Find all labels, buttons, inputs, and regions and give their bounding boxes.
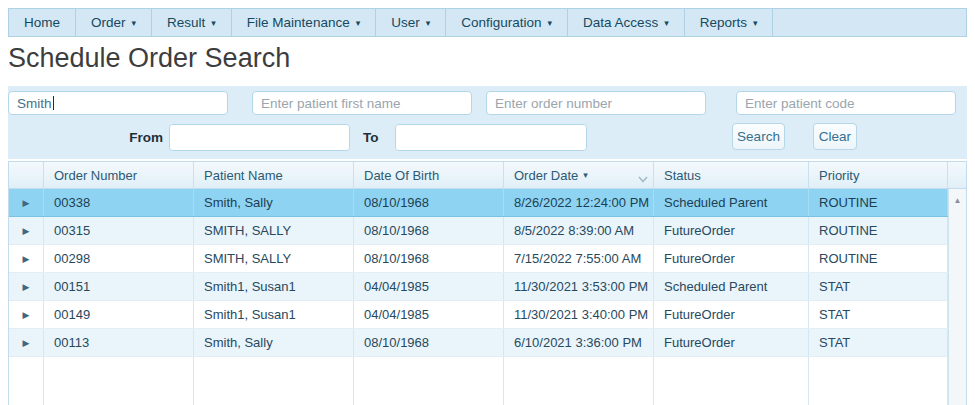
cell-patient-name: SMITH, SALLY [194, 245, 354, 272]
caret-down-icon: ▾ [548, 17, 553, 28]
search-button[interactable]: Search [732, 123, 785, 150]
patient-first-name-input[interactable] [252, 91, 472, 115]
patient-last-name-input[interactable] [8, 91, 228, 115]
expand-row-icon[interactable]: ▶ [23, 198, 30, 208]
column-header-priority[interactable]: Priority [809, 162, 948, 188]
expand-row-icon[interactable]: ▶ [23, 310, 30, 320]
cell-patient-name: Smith1, Susan1 [194, 301, 354, 328]
cell-dob: 04/04/1985 [354, 273, 504, 300]
cell-status: Scheduled Parent [654, 189, 809, 216]
nav-item-data-access[interactable]: Data Access▾ [568, 9, 685, 36]
expand-row-icon[interactable]: ▶ [23, 254, 30, 264]
order-number-field-wrap [486, 91, 706, 115]
empty-grid-area [9, 357, 966, 405]
nav-item-order[interactable]: Order▾ [76, 9, 152, 36]
nav-item-label: Home [24, 15, 60, 30]
filler-cell [44, 357, 194, 405]
scroll-up-icon[interactable]: ▲ [954, 196, 962, 205]
caret-down-icon: ▾ [211, 17, 216, 28]
expand-cell: ▶ [9, 245, 44, 272]
column-header-label: Priority [819, 168, 859, 183]
filler-cell [194, 357, 354, 405]
expand-row-icon[interactable]: ▶ [23, 338, 30, 348]
to-date-input[interactable] [396, 125, 587, 150]
patient-code-input[interactable] [736, 91, 956, 115]
cell-priority: STAT [809, 273, 948, 300]
cell-dob: 08/10/1968 [354, 217, 504, 244]
nav-item-label: File Maintenance [247, 15, 350, 30]
filler-cell [654, 357, 809, 405]
cell-status: FutureOrder [654, 329, 809, 356]
nav-item-reports[interactable]: Reports▾ [685, 9, 774, 36]
cell-order-number: 00315 [44, 217, 194, 244]
vertical-scrollbar[interactable]: ▲ [948, 189, 966, 405]
cell-status: Scheduled Parent [654, 273, 809, 300]
main-nav: HomeOrder▾Result▾File Maintenance▾User▾C… [8, 8, 967, 37]
table-row[interactable]: ▶00298SMITH, SALLY08/10/19687/15/2022 7:… [9, 245, 966, 273]
filler-cell [9, 357, 44, 405]
sort-desc-icon: ▾ [583, 170, 588, 180]
caret-down-icon: ▾ [753, 17, 758, 28]
nav-item-home[interactable]: Home [9, 9, 76, 36]
nav-item-label: Result [167, 15, 205, 30]
table-row[interactable]: ▶00113Smith, Sally08/10/19686/10/2021 3:… [9, 329, 966, 357]
cell-status: FutureOrder [654, 245, 809, 272]
table-row[interactable]: ▶00151Smith1, Susan104/04/198511/30/2021… [9, 273, 966, 301]
column-menu-icon[interactable] [638, 171, 648, 186]
cell-priority: STAT [809, 301, 948, 328]
column-header-patient-name[interactable]: Patient Name [194, 162, 354, 188]
cell-status: FutureOrder [654, 301, 809, 328]
expand-cell: ▶ [9, 217, 44, 244]
filler-cell [354, 357, 504, 405]
column-header-label: Patient Name [204, 168, 283, 183]
expand-cell: ▶ [9, 189, 44, 216]
column-header-order-date[interactable]: Order Date▾ [504, 162, 654, 188]
expand-cell: ▶ [9, 329, 44, 356]
caret-down-icon: ▾ [356, 17, 361, 28]
to-date-picker [395, 124, 587, 151]
nav-item-label: Reports [700, 15, 747, 30]
cell-order-date: 11/30/2021 3:40:00 PM [504, 301, 654, 328]
column-header-label: Order Date [514, 168, 578, 183]
cell-order-date: 6/10/2021 3:36:00 PM [504, 329, 654, 356]
column-header-date-of-birth[interactable]: Date Of Birth [354, 162, 504, 188]
cell-status: FutureOrder [654, 217, 809, 244]
from-label: From [8, 124, 163, 151]
filler-cell [504, 357, 654, 405]
expand-row-icon[interactable]: ▶ [23, 282, 30, 292]
from-date-input[interactable] [170, 125, 350, 150]
cell-dob: 08/10/1968 [354, 189, 504, 216]
table-row[interactable]: ▶00315SMITH, SALLY08/10/19688/5/2022 8:3… [9, 217, 966, 245]
table-row[interactable]: ▶00149Smith1, Susan104/04/198511/30/2021… [9, 301, 966, 329]
cell-dob: 08/10/1968 [354, 329, 504, 356]
nav-item-label: User [391, 15, 420, 30]
column-header-label: Status [664, 168, 701, 183]
expander-column-header [9, 162, 44, 188]
patient-code-field-wrap [736, 91, 956, 115]
nav-item-user[interactable]: User▾ [376, 9, 446, 36]
nav-item-label: Order [91, 15, 126, 30]
cell-order-date: 7/15/2022 7:55:00 AM [504, 245, 654, 272]
expand-cell: ▶ [9, 301, 44, 328]
nav-item-configuration[interactable]: Configuration▾ [446, 9, 568, 36]
expand-row-icon[interactable]: ▶ [23, 226, 30, 236]
column-header-status[interactable]: Status [654, 162, 809, 188]
grid-body: ▶00338Smith, Sally08/10/19688/26/2022 12… [9, 189, 966, 405]
cell-patient-name: SMITH, SALLY [194, 217, 354, 244]
text-cursor [53, 96, 54, 110]
nav-item-file-maintenance[interactable]: File Maintenance▾ [232, 9, 376, 36]
filter-panel: From To [8, 86, 967, 159]
column-header-order-number[interactable]: Order Number [44, 162, 194, 188]
clear-button[interactable]: Clear [813, 123, 857, 150]
cell-order-date: 8/5/2022 8:39:00 AM [504, 217, 654, 244]
cell-patient-name: Smith, Sally [194, 329, 354, 356]
from-date-picker [169, 124, 350, 151]
column-header-label: Order Number [54, 168, 137, 183]
cell-order-number: 00298 [44, 245, 194, 272]
column-header-label: Date Of Birth [364, 168, 439, 183]
table-row[interactable]: ▶00338Smith, Sally08/10/19688/26/2022 12… [9, 189, 966, 217]
nav-item-result[interactable]: Result▾ [152, 9, 232, 36]
order-number-input[interactable] [486, 91, 706, 115]
cell-order-number: 00338 [44, 189, 194, 216]
cell-dob: 04/04/1985 [354, 301, 504, 328]
